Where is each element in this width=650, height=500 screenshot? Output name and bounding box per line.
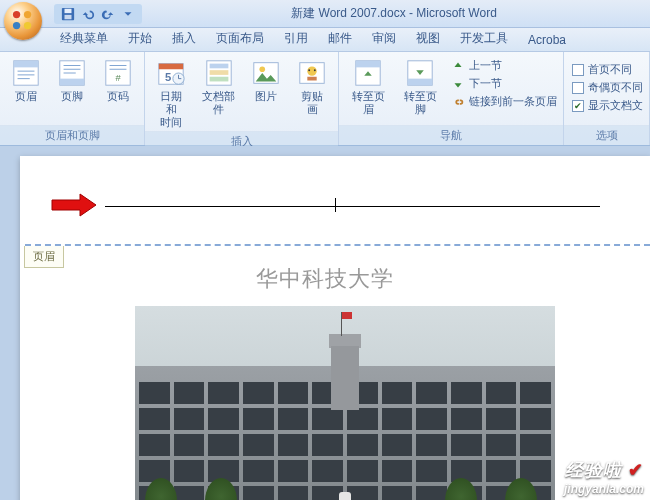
check-icon: ✔ [628, 460, 644, 480]
document-area[interactable]: 页眉 华中科技大学 [0, 146, 650, 500]
date-time-label: 日期和 时间 [155, 90, 187, 129]
watermark-text1: 经验啦 [565, 460, 622, 480]
group-title-navigation: 导航 [339, 125, 563, 145]
page: 页眉 华中科技大学 [20, 156, 650, 500]
quick-parts-icon [203, 57, 235, 89]
next-section-button[interactable]: 下一节 [449, 75, 559, 92]
svg-text:5: 5 [165, 71, 171, 83]
clipart-button[interactable]: 剪贴画 [290, 55, 334, 118]
goto-footer-icon [404, 57, 436, 89]
group-header-footer: 页眉 页脚 # 页码 页眉和页脚 [0, 52, 145, 145]
checkbox-icon [572, 64, 584, 76]
group-insert: 5 日期和 时间 文档部件 图片 剪贴画 插入 [145, 52, 339, 145]
page-number-button[interactable]: # 页码 [96, 55, 140, 105]
svg-rect-6 [65, 14, 72, 18]
tab-view[interactable]: 视图 [406, 26, 450, 51]
svg-point-35 [309, 69, 311, 71]
svg-point-34 [308, 66, 317, 75]
save-icon[interactable] [60, 6, 76, 22]
svg-rect-28 [209, 64, 228, 69]
svg-point-1 [24, 11, 31, 18]
tab-acrobat[interactable]: Acroba [518, 29, 576, 51]
page-number-label: 页码 [107, 90, 129, 103]
document-title: 华中科技大学 [20, 264, 630, 294]
goto-footer-label: 转至页脚 [401, 90, 439, 116]
tab-review[interactable]: 审阅 [362, 26, 406, 51]
office-button[interactable] [4, 2, 42, 40]
odd-even-diff-checkbox[interactable]: 奇偶页不同 [570, 79, 645, 96]
watermark-text2: jingyanla.com [564, 482, 644, 496]
svg-rect-40 [408, 79, 432, 86]
quick-access-toolbar [54, 4, 142, 24]
svg-point-2 [13, 22, 20, 29]
document-image [135, 306, 555, 500]
svg-point-0 [13, 11, 20, 18]
link-previous-button[interactable]: 链接到前一条页眉 [449, 93, 559, 110]
tab-references[interactable]: 引用 [274, 26, 318, 51]
svg-rect-13 [60, 79, 84, 86]
page-number-icon: # [102, 57, 134, 89]
header-zone[interactable]: 页眉 [20, 156, 650, 266]
svg-rect-22 [159, 64, 183, 70]
picture-button[interactable]: 图片 [244, 55, 288, 105]
clipart-icon [296, 57, 328, 89]
goto-header-label: 转至页眉 [349, 90, 387, 116]
quick-parts-button[interactable]: 文档部件 [195, 55, 242, 118]
qat-dropdown-icon[interactable] [120, 6, 136, 22]
up-arrow-icon [451, 59, 465, 73]
undo-icon[interactable] [80, 6, 96, 22]
link-icon [451, 95, 465, 109]
group-title-header-footer: 页眉和页脚 [0, 125, 144, 145]
first-page-diff-checkbox[interactable]: 首页不同 [570, 61, 645, 78]
footer-button[interactable]: 页脚 [50, 55, 94, 105]
header-underline [105, 206, 600, 207]
group-navigation: 转至页眉 转至页脚 上一节 下一节 链接到前一条页眉 [339, 52, 564, 145]
tab-mail[interactable]: 邮件 [318, 26, 362, 51]
tab-classic[interactable]: 经典菜单 [50, 26, 118, 51]
footer-icon [56, 57, 88, 89]
svg-rect-5 [65, 8, 72, 12]
redo-icon[interactable] [100, 6, 116, 22]
show-doc-text-checkbox[interactable]: ✔ 显示文档文 [570, 97, 645, 114]
checkbox-icon [572, 82, 584, 94]
date-time-button[interactable]: 5 日期和 时间 [149, 55, 193, 131]
ribbon: 页眉 页脚 # 页码 页眉和页脚 5 日期和 时间 文档部件 [0, 52, 650, 146]
svg-rect-30 [209, 77, 228, 82]
picture-label: 图片 [255, 90, 277, 103]
tab-layout[interactable]: 页面布局 [206, 26, 274, 51]
group-title-options: 选项 [564, 125, 649, 145]
svg-rect-8 [14, 61, 38, 68]
odd-even-diff-label: 奇偶页不同 [588, 80, 643, 95]
ribbon-tabs: 经典菜单 开始 插入 页面布局 引用 邮件 审阅 视图 开发工具 Acroba [0, 28, 650, 52]
annotation-arrow-icon [50, 192, 98, 222]
title-bar: 新建 Word 2007.docx - Microsoft Word [0, 0, 650, 28]
tab-insert[interactable]: 插入 [162, 26, 206, 51]
quick-parts-label: 文档部件 [201, 90, 236, 116]
footer-label: 页脚 [61, 90, 83, 103]
svg-rect-38 [356, 61, 380, 68]
picture-icon [250, 57, 282, 89]
prev-section-button[interactable]: 上一节 [449, 57, 559, 74]
calendar-icon: 5 [155, 57, 187, 89]
svg-text:#: # [115, 73, 121, 83]
text-cursor [335, 198, 336, 212]
header-button[interactable]: 页眉 [4, 55, 48, 105]
checkbox-icon: ✔ [572, 100, 584, 112]
tab-dev[interactable]: 开发工具 [450, 26, 518, 51]
clipart-label: 剪贴画 [296, 90, 328, 116]
svg-point-3 [24, 22, 31, 29]
window-title: 新建 Word 2007.docx - Microsoft Word [142, 5, 646, 22]
goto-header-icon [352, 57, 384, 89]
tab-home[interactable]: 开始 [118, 26, 162, 51]
next-section-label: 下一节 [469, 76, 502, 91]
show-doc-text-label: 显示文档文 [588, 98, 643, 113]
svg-rect-29 [209, 70, 228, 75]
header-icon [10, 57, 42, 89]
goto-footer-button[interactable]: 转至页脚 [395, 55, 445, 118]
first-page-diff-label: 首页不同 [588, 62, 632, 77]
goto-header-button[interactable]: 转至页眉 [343, 55, 393, 118]
watermark: 经验啦 ✔ jingyanla.com [564, 458, 644, 496]
prev-section-label: 上一节 [469, 58, 502, 73]
svg-point-32 [260, 66, 266, 72]
link-previous-label: 链接到前一条页眉 [469, 94, 557, 109]
